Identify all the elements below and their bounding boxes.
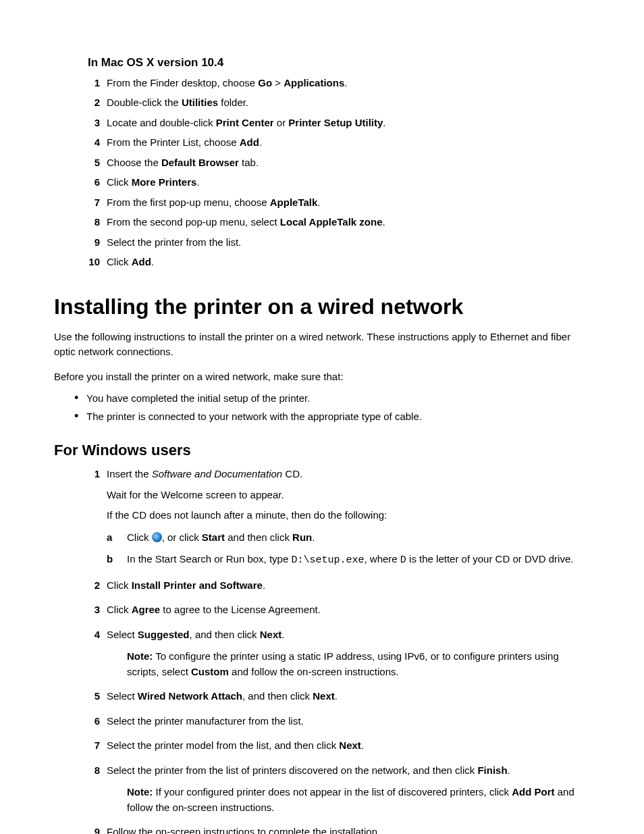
step-number: 1 <box>81 467 100 482</box>
note: Note: If your configured printer does no… <box>107 785 590 815</box>
install-bullets: You have completed the initial setup of … <box>54 391 590 424</box>
step-letter: a <box>107 530 119 546</box>
list-item: 7From the first pop-up menu, choose Appl… <box>54 195 590 211</box>
install-intro-2: Before you install the printer on a wire… <box>54 369 590 385</box>
list-item: 1From the Finder desktop, choose Go > Ap… <box>54 76 590 91</box>
step-number: 8 <box>81 763 100 779</box>
step-number: 2 <box>81 578 100 594</box>
heading-install: Installing the printer on a wired networ… <box>54 290 590 323</box>
step-number: 8 <box>81 215 100 230</box>
sub-paragraph: Wait for the Welcome screen to appear. <box>107 488 590 503</box>
step-number: 7 <box>81 738 100 754</box>
alpha-list: aClick , or click Start and then click R… <box>107 530 590 569</box>
step-number: 1 <box>81 76 100 91</box>
install-intro-1: Use the following instructions to instal… <box>54 330 590 360</box>
list-item: 6Select the printer manufacturer from th… <box>54 714 590 729</box>
note: Note: To configure the printer using a s… <box>107 649 590 679</box>
step-number: 3 <box>81 602 100 618</box>
list-item: The printer is connected to your network… <box>74 409 590 425</box>
windows-start-icon <box>152 532 162 542</box>
step-number: 3 <box>81 115 100 131</box>
list-item: 5Select Wired Network Attach, and then c… <box>54 689 590 704</box>
step-number: 4 <box>81 135 100 151</box>
step-number: 6 <box>81 175 100 190</box>
list-item: 3Locate and double-click Print Center or… <box>54 115 590 131</box>
list-item: 9Select the printer from the list. <box>54 235 590 251</box>
mac-steps-list: 1From the Finder desktop, choose Go > Ap… <box>54 76 590 270</box>
list-item: 4Select Suggested, and then click Next.N… <box>54 627 590 680</box>
list-item: 2Click Install Printer and Software. <box>54 578 590 594</box>
list-item: aClick , or click Start and then click R… <box>107 530 590 546</box>
step-number: 9 <box>81 235 100 251</box>
heading-windows: For Windows users <box>54 439 590 461</box>
list-item: 6Click More Printers. <box>54 175 590 190</box>
list-item: 7Select the printer model from the list,… <box>54 738 590 754</box>
list-item: 10Click Add. <box>54 255 590 270</box>
step-number: 5 <box>81 689 100 704</box>
heading-mac: In Mac OS X version 10.4 <box>54 54 590 72</box>
list-item: 9Follow the on-screen instructions to co… <box>54 825 590 834</box>
step-number: 10 <box>81 255 100 270</box>
sub-paragraph: If the CD does not launch after a minute… <box>107 508 590 523</box>
step-letter: b <box>107 552 119 567</box>
step-number: 5 <box>81 155 100 171</box>
step-number: 6 <box>81 714 100 729</box>
step-number: 2 <box>81 95 100 111</box>
list-item: 1Insert the Software and Documentation C… <box>54 467 590 569</box>
list-item: bIn the Start Search or Run box, type D:… <box>107 552 590 569</box>
list-item: 8From the second pop-up menu, select Loc… <box>54 215 590 230</box>
step-number: 9 <box>81 825 100 834</box>
step-number: 7 <box>81 195 100 211</box>
list-item: 5Choose the Default Browser tab. <box>54 155 590 171</box>
list-item: 2Double-click the Utilities folder. <box>54 95 590 111</box>
windows-steps-list: 1Insert the Software and Documentation C… <box>54 467 590 834</box>
list-item: 3Click Agree to agree to the License Agr… <box>54 602 590 618</box>
list-item: 8Select the printer from the list of pri… <box>54 763 590 816</box>
list-item: You have completed the initial setup of … <box>74 391 590 407</box>
list-item: 4From the Printer List, choose Add. <box>54 135 590 151</box>
step-number: 4 <box>81 627 100 643</box>
